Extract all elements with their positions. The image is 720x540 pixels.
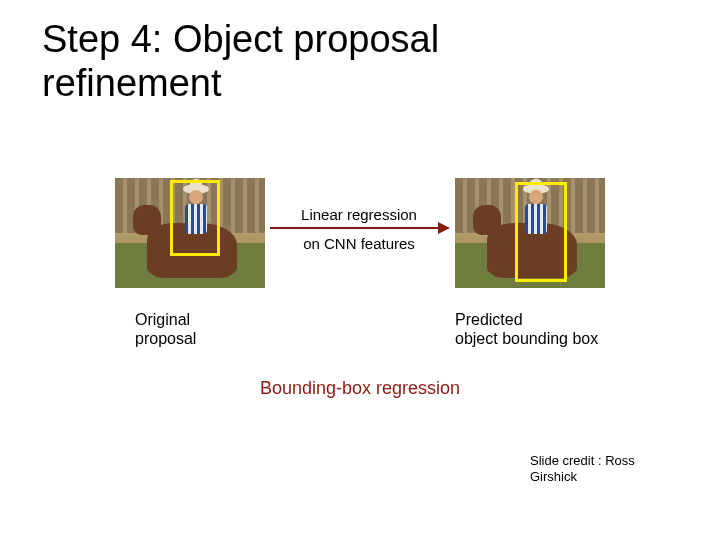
arrow-label-bottom: on CNN features xyxy=(270,235,448,252)
credit-line-1: Slide credit : Ross xyxy=(530,453,635,468)
bounding-box-regression-label: Bounding-box regression xyxy=(0,378,720,399)
caption-original: Original proposal xyxy=(135,310,196,348)
original-proposal-image xyxy=(115,178,265,288)
caption-original-line-2: proposal xyxy=(135,330,196,347)
regression-arrow-group: Linear regression on CNN features xyxy=(270,206,448,262)
predicted-proposal-image xyxy=(455,178,605,288)
predicted-bbox xyxy=(515,182,567,282)
caption-original-line-1: Original xyxy=(135,311,190,328)
title-line-2: refinement xyxy=(42,62,222,104)
slide-credit: Slide credit : Ross Girshick xyxy=(530,453,680,486)
title-line-1: Step 4: Object proposal xyxy=(42,18,439,60)
caption-predicted-line-1: Predicted xyxy=(455,311,523,328)
arrow-label-top: Linear regression xyxy=(270,206,448,223)
credit-line-2: Girshick xyxy=(530,469,577,484)
caption-predicted-line-2: object bounding box xyxy=(455,330,598,347)
slide-title: Step 4: Object proposal refinement xyxy=(42,18,439,105)
arrow-icon xyxy=(270,227,448,229)
original-bbox xyxy=(170,180,220,256)
caption-predicted: Predicted object bounding box xyxy=(455,310,598,348)
